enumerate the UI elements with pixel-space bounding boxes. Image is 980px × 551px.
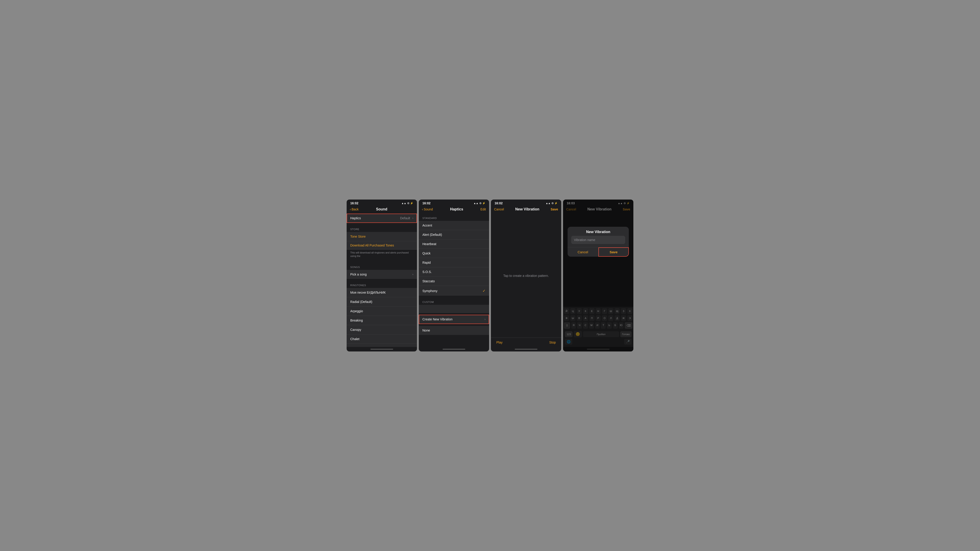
nav-bar-3: Cancel New Vibration Save — [491, 206, 561, 214]
page-title-2: Haptics — [450, 207, 463, 211]
signal-icon-2: ▲▲ — [473, 202, 479, 205]
list-item[interactable]: S.O.S. — [419, 267, 489, 276]
symphony-list-item[interactable]: Symphony ✓ — [419, 286, 489, 296]
pick-song-chevron-icon: › — [412, 273, 413, 276]
screen-1-sound: 16:02 ▲▲ ⊙ ⚡ ‹ Back Sound Haptics Defaul… — [347, 200, 417, 351]
list-item[interactable]: Arpeggio — [347, 306, 417, 316]
list-item[interactable]: Chirp — [347, 344, 417, 347]
signal-icon-3: ▲▲ — [546, 202, 550, 205]
screen-4-dialog: 16:03 ▲▲ ⊙ ⚡ Cancel New Vibration Save N… — [563, 200, 633, 351]
pick-song-label: Pick a song — [350, 273, 367, 276]
signal-icon: ▲▲ — [401, 202, 406, 205]
tone-store-link: Tone Store — [350, 235, 366, 238]
edit-button[interactable]: Edit — [480, 208, 486, 211]
list-item[interactable]: Моя песня БУДИЛЬНИК — [347, 288, 417, 297]
ringtones-list: Моя песня БУДИЛЬНИК Radial (Default) Arp… — [347, 288, 417, 347]
cancel-button-3[interactable]: Cancel — [494, 208, 504, 211]
wifi-icon-3: ⊙ — [552, 202, 554, 205]
none-label: None — [422, 329, 430, 332]
home-indicator-3 — [491, 347, 561, 351]
vibration-name-input[interactable] — [571, 236, 625, 244]
section-ringtones-label: RINGTONES — [347, 281, 417, 288]
create-new-vibration-item[interactable]: Create New Vibration › — [419, 315, 489, 324]
create-chevron-icon: › — [485, 318, 485, 321]
haptics-value: Default — [400, 216, 410, 220]
list-item[interactable]: Alert (Default) — [419, 230, 489, 240]
status-icons-3: ▲▲ ⊙ ⚡ — [546, 202, 558, 205]
download-desc: This will download all ringtones and ale… — [347, 250, 417, 261]
dialog-cancel-button[interactable]: Cancel — [568, 248, 598, 257]
home-indicator-2 — [419, 347, 489, 351]
list-item[interactable]: Canopy — [347, 325, 417, 335]
divider-2 — [347, 261, 417, 263]
home-bar-2 — [442, 349, 465, 349]
tone-store-item[interactable]: Tone Store — [347, 232, 417, 241]
dialog-save-button[interactable]: Save — [598, 248, 629, 257]
status-icons-1: ▲▲ ⊙ ⚡ — [401, 202, 413, 205]
status-bar-2: 16:02 ▲▲ ⊙ ⚡ — [419, 200, 489, 206]
status-time-3: 16:02 — [495, 202, 503, 205]
custom-placeholder-item — [419, 305, 489, 313]
back-button-1[interactable]: ‹ Back — [350, 208, 359, 211]
home-bar-1 — [371, 349, 393, 349]
standard-list: Accent Alert (Default) Heartbeat Quick R… — [419, 221, 489, 296]
divider-6 — [419, 324, 489, 326]
list-item[interactable]: Breaking — [347, 316, 417, 325]
wifi-icon-2: ⊙ — [479, 202, 481, 205]
home-bar-3 — [515, 349, 538, 349]
divider-5 — [419, 313, 489, 315]
new-vibration-dialog: New Vibration Cancel Save — [568, 227, 629, 257]
haptics-label: Haptics — [350, 216, 361, 220]
section-standard-label: STANDARD — [419, 214, 489, 221]
page-title-3: New Vibration — [515, 207, 539, 211]
save-button-3[interactable]: Save — [550, 208, 558, 211]
list-item[interactable]: Radial (Default) — [347, 297, 417, 306]
status-time-1: 16:02 — [350, 202, 358, 205]
dialog-buttons: Cancel Save — [568, 247, 629, 257]
stop-button[interactable]: Stop — [549, 341, 556, 344]
divider-4 — [419, 296, 489, 297]
dialog-title: New Vibration — [568, 227, 629, 236]
screen-2-haptics: 16:02 ▲▲ ⊙ ⚡ ‹ Sound Haptics Edit STANDA… — [419, 200, 489, 351]
back-chevron-icon: ‹ — [350, 208, 351, 211]
download-all-item[interactable]: Download All Purchased Tones — [347, 241, 417, 250]
create-new-vibration-label: Create New Vibration — [422, 318, 453, 321]
pick-song-item[interactable]: Pick a song › — [347, 270, 417, 279]
screens-container: 16:02 ▲▲ ⊙ ⚡ ‹ Back Sound Haptics Defaul… — [343, 196, 637, 355]
check-icon: ✓ — [482, 289, 485, 293]
page-title-1: Sound — [376, 207, 387, 211]
list-item[interactable]: Accent — [419, 221, 489, 230]
list-item[interactable]: Chalet — [347, 335, 417, 344]
back-button-2[interactable]: ‹ Sound — [422, 208, 433, 211]
nav-bar-1: ‹ Back Sound — [347, 206, 417, 214]
status-icons-2: ▲▲ ⊙ ⚡ — [473, 202, 485, 205]
section-songs-label: SONGS — [347, 263, 417, 270]
vibration-controls: Play Stop — [491, 338, 561, 347]
home-indicator-1 — [347, 347, 417, 351]
dialog-overlay: New Vibration Cancel Save — [563, 200, 633, 351]
status-time-2: 16:02 — [422, 202, 431, 205]
battery-icon-2: ⚡ — [482, 202, 485, 205]
list-item[interactable]: Heartbeat — [419, 240, 489, 249]
haptics-chevron-icon: › — [412, 216, 413, 220]
screen-3-new-vibration: 16:02 ▲▲ ⊙ ⚡ Cancel New Vibration Save T… — [491, 200, 561, 351]
status-bar-3: 16:02 ▲▲ ⊙ ⚡ — [491, 200, 561, 206]
divider-1 — [347, 223, 417, 225]
wifi-icon: ⊙ — [407, 202, 409, 205]
list-item[interactable]: Rapid — [419, 258, 489, 267]
status-bar-1: 16:02 ▲▲ ⊙ ⚡ — [347, 200, 417, 206]
download-all-link: Download All Purchased Tones — [350, 243, 394, 247]
play-button[interactable]: Play — [496, 341, 503, 344]
none-item[interactable]: None — [419, 326, 489, 335]
vibration-canvas[interactable]: Tap to create a vibration pattern. — [491, 214, 561, 338]
section-custom-label: CUSTOM — [419, 297, 489, 305]
battery-icon: ⚡ — [410, 202, 413, 205]
list-item[interactable]: Staccato — [419, 276, 489, 286]
battery-icon-3: ⚡ — [554, 202, 558, 205]
content-2: STANDARD Accent Alert (Default) Heartbea… — [419, 214, 489, 347]
content-1: Haptics Default › STORE Tone Store Downl… — [347, 214, 417, 347]
haptics-list-item[interactable]: Haptics Default › — [347, 214, 417, 223]
back-chevron-icon-2: ‹ — [422, 208, 423, 211]
nav-bar-2: ‹ Sound Haptics Edit — [419, 206, 489, 214]
list-item[interactable]: Quick — [419, 249, 489, 258]
